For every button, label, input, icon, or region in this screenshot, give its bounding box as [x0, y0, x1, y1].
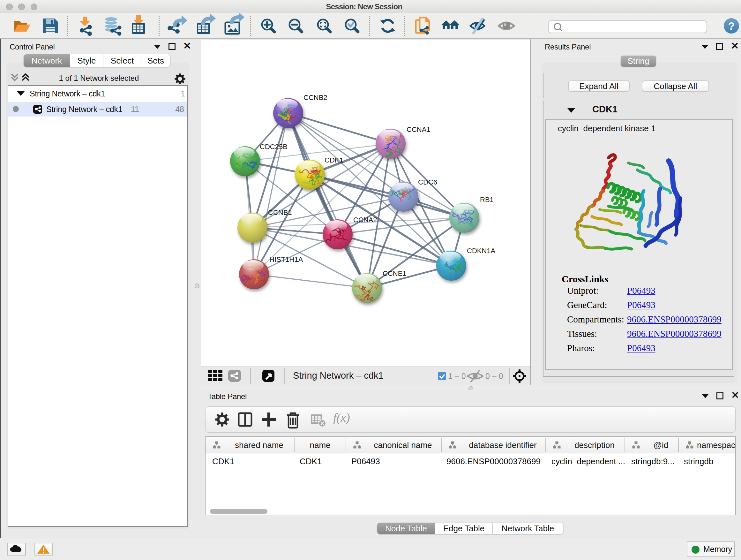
svg-text:CCNE1: CCNE1 [383, 269, 407, 277]
svg-text:RB1: RB1 [480, 196, 494, 204]
svg-text:CCNB1: CCNB1 [268, 208, 292, 216]
svg-text:HIST1H1A: HIST1H1A [269, 255, 303, 263]
svg-text:CDC25B: CDC25B [260, 143, 287, 151]
svg-text:CDK1: CDK1 [325, 156, 343, 164]
svg-text:CDKN1A: CDKN1A [467, 247, 495, 255]
svg-text:CCNA1: CCNA1 [407, 125, 430, 133]
svg-text:CCNA2: CCNA2 [353, 216, 377, 224]
svg-text:CDC6: CDC6 [418, 178, 437, 186]
svg-text:CCNB2: CCNB2 [304, 94, 327, 102]
